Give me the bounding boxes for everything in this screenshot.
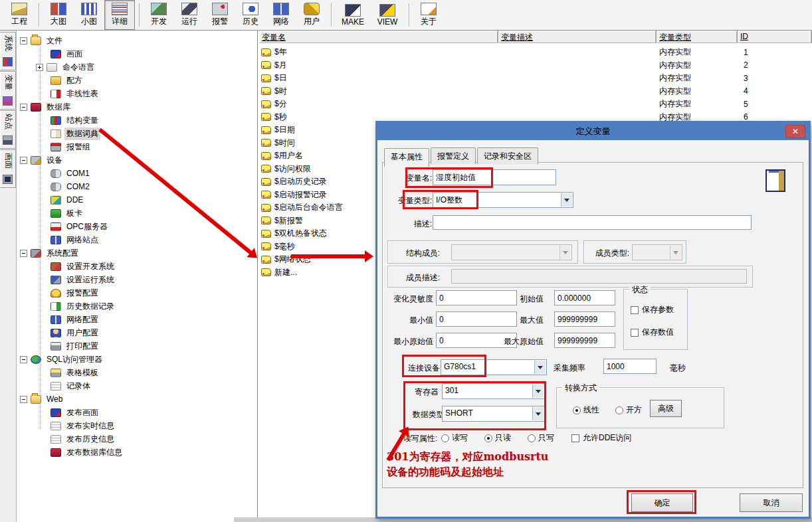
collapse-icon[interactable] xyxy=(20,157,27,164)
tree-item-print-config[interactable]: 打印配置 xyxy=(17,339,257,353)
table-row[interactable]: $时内存实型4 xyxy=(259,85,812,98)
tree-item-publish-screen[interactable]: 发布画面 xyxy=(17,406,257,419)
table-row[interactable]: $分内存实型5 xyxy=(259,98,812,111)
write-only-radio[interactable]: 只写 xyxy=(528,432,554,444)
column-header-id[interactable]: ID xyxy=(738,31,812,43)
side-tab-system[interactable]: 系统 xyxy=(0,32,16,70)
allow-dde-checkbox[interactable]: 允许DDE访问 xyxy=(571,432,631,444)
toolbar-button-network[interactable]: 网络 xyxy=(266,0,296,30)
variable-icon xyxy=(261,217,271,224)
dialog-title: 定义变量 xyxy=(576,126,611,136)
initial-value-input[interactable] xyxy=(554,290,615,305)
tree-item-database[interactable]: 数据库 xyxy=(17,100,257,114)
tree-item-board-card[interactable]: 板卡 xyxy=(17,207,257,220)
collapse-icon[interactable] xyxy=(20,104,27,111)
member-desc-input[interactable] xyxy=(451,269,747,284)
column-header-variable-type[interactable]: 变量类型 xyxy=(657,31,738,43)
tab-basic-properties[interactable]: 基本属性 xyxy=(384,148,429,167)
toolbar-button-large-icons[interactable]: 大图 xyxy=(43,0,74,30)
tree-item-com2[interactable]: COM2 xyxy=(17,180,257,193)
column-header-variable-name[interactable]: 变量名 xyxy=(259,31,498,43)
tree-item-publish-database-info[interactable]: 发布数据库信息 xyxy=(17,446,257,459)
toolbar-button-make[interactable]: MAKE xyxy=(336,0,370,30)
toolbar-button-project[interactable]: 工程 xyxy=(4,0,35,30)
side-tab-screens[interactable]: 画面 xyxy=(0,149,16,188)
sqrt-radio[interactable]: 开方 xyxy=(615,404,642,416)
struct-member-label: 结构成员: xyxy=(392,248,440,259)
tree-item-table-template[interactable]: 表格模板 xyxy=(17,366,257,379)
tree-item-network-station[interactable]: 网络站点 xyxy=(17,233,257,246)
toolbar-button-develop[interactable]: 开发 xyxy=(144,0,174,30)
tree-item-com1[interactable]: COM1 xyxy=(17,167,257,180)
collapse-icon[interactable] xyxy=(20,356,27,363)
toolbar-button-view[interactable]: VIEW xyxy=(370,0,405,30)
read-only-radio[interactable]: 只读 xyxy=(484,432,511,444)
tree-item-alarm-group[interactable]: 报警组 xyxy=(17,140,257,153)
table-row[interactable]: $月内存实型2 xyxy=(259,59,812,72)
tree-item-web[interactable]: Web xyxy=(17,392,257,406)
linear-radio[interactable]: 线性 xyxy=(573,404,599,416)
user-config-icon xyxy=(51,329,61,337)
tree-item-data-dictionary[interactable]: 数据词典 xyxy=(17,127,257,140)
sample-rate-input[interactable] xyxy=(603,359,657,374)
tree-item-publish-history-info[interactable]: 发布历史信息 xyxy=(17,432,257,446)
tree-item-dev-system-settings[interactable]: 设置开发系统 xyxy=(17,260,257,273)
dialog-titlebar[interactable]: 定义变量 ✕ xyxy=(377,123,809,140)
side-tab-variables[interactable]: 变量 xyxy=(0,71,16,110)
tree-item-record-body[interactable]: 记录体 xyxy=(17,379,257,392)
save-params-checkbox[interactable]: 保存参数 xyxy=(631,304,674,315)
toolbar-button-about[interactable]: 关于 xyxy=(413,0,444,30)
struct-member-select[interactable] xyxy=(451,244,572,260)
tree-item-dde[interactable]: DDE xyxy=(17,193,257,207)
collapse-icon[interactable] xyxy=(20,396,27,403)
tree-item-network-config[interactable]: 网络配置 xyxy=(17,313,257,326)
collapse-icon[interactable] xyxy=(20,250,27,257)
tree-item-struct-variable[interactable]: 结构变量 xyxy=(17,114,257,127)
tab-alarm-definition[interactable]: 报警定义 xyxy=(431,147,476,164)
toolbar-button-run[interactable]: 运行 xyxy=(174,0,205,30)
alarm-icon xyxy=(212,3,228,15)
variable-icon xyxy=(261,152,271,160)
struct-member-box: 结构成员: xyxy=(387,240,578,264)
table-row[interactable]: $日内存实型3 xyxy=(259,72,812,85)
tree-item-files[interactable]: 文件 xyxy=(17,34,257,47)
toolbar-button-details[interactable]: 详细 xyxy=(104,0,135,30)
variable-icon xyxy=(261,74,271,82)
cancel-button[interactable]: 取消 xyxy=(740,493,803,512)
tree-item-system-config[interactable]: 系统配置 xyxy=(17,246,257,260)
variable-icon xyxy=(261,61,271,69)
toolbar-button-user[interactable]: 用户 xyxy=(296,0,327,30)
board-card-icon xyxy=(51,209,61,218)
tree-item-command-language[interactable]: 命令语言 xyxy=(17,60,257,74)
description-input[interactable] xyxy=(433,215,752,230)
member-type-select[interactable] xyxy=(632,244,682,260)
column-header-variable-desc[interactable]: 变量描述 xyxy=(498,31,657,43)
close-icon[interactable]: ✕ xyxy=(785,125,805,138)
side-tab-stations[interactable]: 站点 xyxy=(0,110,16,149)
advanced-button[interactable]: 高级 xyxy=(650,400,682,417)
collapse-icon[interactable] xyxy=(20,37,27,44)
toolbar-button-history[interactable]: 历史 xyxy=(235,0,266,30)
tree-item-history-data-record[interactable]: 历史数据记录 xyxy=(17,300,257,313)
read-write-radio[interactable]: 读写 xyxy=(441,432,468,444)
table-row[interactable]: $年内存实型1 xyxy=(259,46,812,59)
toolbar-button-alarm[interactable]: 报警 xyxy=(205,0,235,30)
tree-item-user-config[interactable]: 用户配置 xyxy=(17,326,257,339)
tab-record-and-security[interactable]: 记录和安全区 xyxy=(477,147,538,164)
tree-item-publish-realtime-info[interactable]: 发布实时信息 xyxy=(17,419,257,432)
max-raw-value-input[interactable] xyxy=(554,333,615,348)
tree-item-screens[interactable]: 画面 xyxy=(17,47,257,60)
max-value-input[interactable] xyxy=(554,311,615,327)
tree-item-alarm-config[interactable]: 报警配置 xyxy=(17,286,257,300)
toolbar-separator xyxy=(139,3,140,27)
tree-item-sql-access-manager[interactable]: SQL访问管理器 xyxy=(17,353,257,366)
variable-icon xyxy=(261,165,271,173)
tree-item-nonlinear-table[interactable]: 非线性表 xyxy=(17,87,257,100)
toolbar-button-small-icons[interactable]: 小图 xyxy=(74,0,104,30)
tree-item-recipe[interactable]: 配方 xyxy=(17,74,257,87)
expand-icon[interactable] xyxy=(36,64,43,71)
screens-tab-icon xyxy=(3,175,13,184)
tree-item-run-system-settings[interactable]: 设置运行系统 xyxy=(17,273,257,286)
about-icon xyxy=(421,3,437,15)
save-value-checkbox[interactable]: 保存数值 xyxy=(631,327,674,338)
